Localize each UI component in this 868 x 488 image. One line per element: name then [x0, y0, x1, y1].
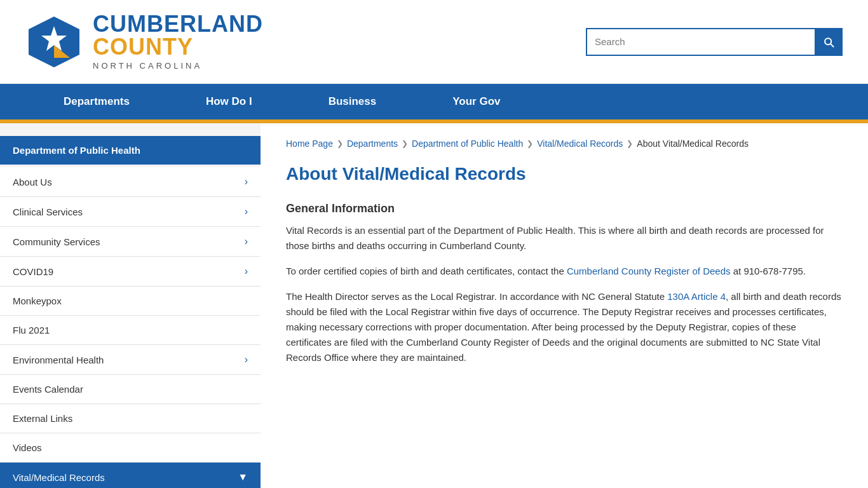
- chevron-right-icon: ›: [245, 354, 248, 365]
- breadcrumb-sep-4: ❯: [627, 139, 633, 148]
- breadcrumb-sep-3: ❯: [527, 139, 533, 148]
- sidebar-item-covid19[interactable]: COVID19 ›: [0, 257, 261, 287]
- sidebar-item-videos[interactable]: Videos: [0, 433, 261, 463]
- sidebar-item-external-links[interactable]: External Links: [0, 404, 261, 433]
- sidebar-item-label: Vital/Medical Records: [13, 472, 105, 483]
- sidebar-item-label: Clinical Services: [13, 207, 83, 217]
- breadcrumb-dept-public-health[interactable]: Department of Public Health: [412, 139, 523, 149]
- logo-icon: [25, 13, 83, 71]
- section-para-1: Vital Records is an essential part of th…: [286, 223, 843, 254]
- sidebar-item-label: COVID19: [13, 266, 53, 277]
- nav-item-your-gov[interactable]: Your Gov: [414, 84, 538, 119]
- search-input[interactable]: [586, 28, 815, 56]
- sidebar-item-events-calendar[interactable]: Events Calendar: [0, 375, 261, 404]
- section-para-2-prefix: To order certified copies of birth and d…: [286, 266, 567, 276]
- sidebar-item-about-us[interactable]: About Us ›: [0, 167, 261, 197]
- chevron-right-icon: ›: [245, 266, 248, 277]
- sidebar-header[interactable]: Department of Public Health: [0, 136, 261, 165]
- sidebar-item-flu-2021[interactable]: Flu 2021: [0, 316, 261, 345]
- page-title: About Vital/Medical Records: [286, 164, 843, 184]
- breadcrumb-sep-2: ❯: [402, 139, 408, 148]
- sidebar-item-label: Flu 2021: [13, 325, 50, 336]
- content-area: Department of Public Health About Us › C…: [0, 123, 868, 488]
- section-para-3: The Health Director serves as the Local …: [286, 289, 843, 365]
- sidebar-item-environmental-health[interactable]: Environmental Health ›: [0, 345, 261, 375]
- sidebar-item-monkeypox[interactable]: Monkeypox: [0, 287, 261, 316]
- sidebar-item-label: Videos: [13, 442, 42, 453]
- logo-nc: NORTH CAROLINA: [93, 61, 263, 71]
- section-para-2: To order certified copies of birth and d…: [286, 264, 843, 279]
- breadcrumb-departments[interactable]: Departments: [347, 139, 398, 149]
- breadcrumb-current: About Vital/Medical Records: [637, 139, 749, 149]
- logo-text: CUMBERLAND COUNTY NORTH CAROLINA: [93, 13, 263, 71]
- nc-statute-link[interactable]: 130A Article 4: [667, 291, 726, 302]
- breadcrumb: Home Page ❯ Departments ❯ Department of …: [286, 139, 843, 149]
- sidebar-item-label: Monkeypox: [13, 295, 62, 306]
- main-nav: Departments How Do I Business Your Gov: [0, 84, 868, 119]
- main-content: Home Page ❯ Departments ❯ Department of …: [261, 123, 868, 488]
- sidebar-item-label: External Links: [13, 413, 72, 424]
- sidebar-item-label: Events Calendar: [13, 384, 83, 395]
- logo-county: COUNTY: [93, 36, 263, 58]
- sidebar: Department of Public Health About Us › C…: [0, 123, 261, 488]
- sidebar-item-label: About Us: [13, 177, 52, 187]
- breadcrumb-vital-records[interactable]: Vital/Medical Records: [537, 139, 623, 149]
- sidebar-item-vital-medical-records[interactable]: Vital/Medical Records ▼: [0, 463, 261, 488]
- section-general-info-title: General Information: [286, 202, 843, 215]
- sidebar-item-community-services[interactable]: Community Services ›: [0, 227, 261, 257]
- logo-area: CUMBERLAND COUNTY NORTH CAROLINA: [25, 13, 263, 71]
- nav-item-business[interactable]: Business: [290, 84, 415, 119]
- chevron-right-icon: ›: [245, 176, 248, 187]
- search-icon: [822, 36, 835, 48]
- sidebar-item-label: Environmental Health: [13, 355, 104, 365]
- breadcrumb-sep-1: ❯: [337, 139, 343, 148]
- section-para-2-suffix: at 910-678-7795.: [731, 266, 806, 276]
- chevron-right-icon: ›: [245, 236, 248, 247]
- search-button[interactable]: [815, 28, 843, 56]
- section-para-3-prefix: The Health Director serves as the Local …: [286, 291, 667, 302]
- sidebar-item-clinical-services[interactable]: Clinical Services ›: [0, 197, 261, 227]
- search-area: [586, 28, 843, 56]
- breadcrumb-home[interactable]: Home Page: [286, 139, 333, 149]
- logo-cumberland: CUMBERLAND: [93, 13, 263, 36]
- nav-item-departments[interactable]: Departments: [25, 84, 168, 119]
- nav-item-how-do-i[interactable]: How Do I: [168, 84, 290, 119]
- chevron-down-icon: ▼: [238, 471, 248, 483]
- register-of-deeds-link[interactable]: Cumberland County Register of Deeds: [567, 266, 731, 276]
- sidebar-item-label: Community Services: [13, 236, 100, 247]
- site-header: CUMBERLAND COUNTY NORTH CAROLINA: [0, 0, 868, 84]
- chevron-right-icon: ›: [245, 206, 248, 217]
